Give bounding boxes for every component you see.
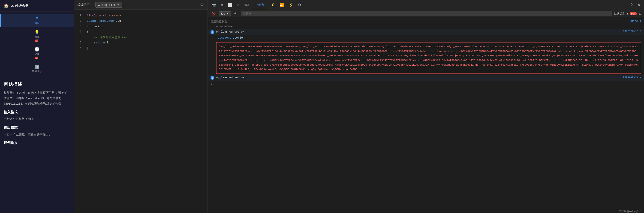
nav-label-record: 记录 xyxy=(34,53,40,56)
home-tab-icon[interactable]: ⌂ xyxy=(235,2,241,8)
devtools-footer: CSDN @okfang816 xyxy=(208,209,644,213)
list-icon: ≡ xyxy=(36,16,38,21)
chevron-down-icon: ▼ xyxy=(117,3,120,7)
record-badge: 1 xyxy=(35,57,38,59)
footer-credit: CSDN @okfang816 xyxy=(619,210,641,212)
console-property-entry: document.cookie xyxy=(208,35,644,41)
chevron-level: ▼ xyxy=(626,12,629,15)
sidebar-item-record[interactable]: 🕐 记录 1 xyxy=(0,44,74,62)
console-badge-1: 5 xyxy=(210,30,214,34)
code-line-6: return 0; xyxy=(87,40,204,45)
lang-label: 编译语言： xyxy=(78,3,92,7)
console-input-row: › xyxy=(208,81,644,87)
sources-tab-icon[interactable]: ⚡ xyxy=(268,2,277,8)
sidebar-item-assistant[interactable]: 🤖 学习助手 xyxy=(0,62,74,75)
clear-notice-text: 已清除控制台 xyxy=(210,20,227,24)
copy-tab-icon[interactable]: ⧉ xyxy=(219,2,225,8)
sidebar-content: 问题描述 秋某天心血来潮，在纸上连续写下了从 a 到 b 的所有数，例如当 a … xyxy=(0,77,74,213)
solution-icon: 💡 xyxy=(34,30,40,35)
filter-gear-icon[interactable]: ⚙ xyxy=(639,12,642,16)
nav-label-assistant: 学习助手 xyxy=(32,70,42,73)
code-line-3: int main() xyxy=(87,24,204,29)
console-prompt-icon: › xyxy=(210,82,212,86)
close-tab-icon[interactable]: ✕ xyxy=(636,2,642,8)
mobile-tab-icon[interactable]: ⬜ xyxy=(226,2,234,8)
settings-tab-icon[interactable]: ⚙ xyxy=(296,2,303,8)
code-editor[interactable]: #include <iostream> using namespace std;… xyxy=(83,10,208,213)
console-entry-1: 5 oj_learned set ok! 54d2138.js:2 xyxy=(208,29,644,35)
tab-console[interactable]: 控制台 xyxy=(252,1,268,9)
code-line-1: #include <iostream> xyxy=(87,13,204,18)
filter-level[interactable]: 默认级别 ▼ 99+ xyxy=(614,12,637,16)
ban-icon[interactable]: 🚫 xyxy=(210,11,217,16)
code-line-2: using namespace std; xyxy=(87,18,204,24)
console-undefined: ← undefined xyxy=(208,24,644,29)
editor-toolbar: 编译语言： C++ (g++17) ▼ ⚙ xyxy=(74,0,208,10)
home-icon: 🏠 xyxy=(4,3,9,8)
more-tab-icon[interactable]: ⋯ xyxy=(620,2,628,8)
context-chevron: ▼ xyxy=(226,12,229,15)
console-link-2[interactable]: 54d2138.js:2 xyxy=(623,76,641,78)
editor-body: 1 2 3 4 5 6 7 #include <iostream> using … xyxy=(74,10,208,213)
console-clear-notice: 已清除控制台 VM760:1 xyxy=(208,19,644,24)
nav-label-solution: 题解 xyxy=(34,35,40,39)
console-cookie-value: 'Hm_lvt_56f68d0377761a87e16266ec3560ae56… xyxy=(216,42,641,74)
devtools-tabs: 📷 ⧉ ⬜ ⌂ </> 控制台 ⚡ 📶 ⚡ ⚙ ⋯ ? ✕ xyxy=(208,0,644,10)
sidebar-nav: ≡ 题目 💡 题解 7 🕐 记录 1 🤖 学习助手 xyxy=(0,12,74,77)
console-text-2: oj_learned set ok! xyxy=(216,76,621,80)
solution-badge: 7 xyxy=(35,40,38,42)
console-badge-2: 3 xyxy=(210,76,214,80)
level-label: 默认级别 xyxy=(614,12,625,16)
sidebar: 🏠 2. 超级余数 ≡ 题目 💡 题解 7 🕐 记录 1 🤖 学习助手 问题描述… xyxy=(0,0,74,213)
devtools-filter-bar: 🚫 top ▼ 👁 默认级别 ▼ 99+ ⚙ xyxy=(208,10,644,17)
sidebar-item-problem[interactable]: ≡ 题目 xyxy=(0,14,74,27)
clear-notice-link[interactable]: VM760:1 xyxy=(630,20,641,23)
nav-label-problem: 题目 xyxy=(34,22,40,25)
input-format-title: 输入格式 xyxy=(4,110,70,114)
line-numbers: 1 2 3 4 5 6 7 xyxy=(74,10,83,213)
problem-description: 秋某天心血来潮，在纸上连续写下了从 a 到 b 的所有数，例如当 a = 7，b… xyxy=(4,90,70,106)
sidebar-header: 🏠 2. 超级余数 xyxy=(0,0,74,12)
devtools-console[interactable]: 已清除控制台 VM760:1 ← undefined 5 oj_learned … xyxy=(208,17,644,209)
lang-selector[interactable]: C++ (g++17) ▼ xyxy=(95,2,122,8)
screenshot-tab-icon[interactable]: 📷 xyxy=(210,2,218,8)
input-format-text: 一行两个正整数 a 和 b。 xyxy=(4,116,70,121)
sample-input-title: 样例输入 xyxy=(4,141,70,145)
help-tab-icon[interactable]: ? xyxy=(629,2,634,8)
page-title: 2. 超级余数 xyxy=(11,4,29,8)
filter-search-input[interactable] xyxy=(241,11,612,16)
output-format-text: 一行一个正整数，按题目要求输出。 xyxy=(4,132,70,137)
context-value: top xyxy=(221,12,225,15)
code-line-5: // 请在此输入您的代码 xyxy=(87,35,204,40)
undefined-text: ← undefined xyxy=(216,25,234,28)
eye-icon[interactable]: 👁 xyxy=(233,11,239,16)
record-icon: 🕐 xyxy=(34,47,40,52)
code-line-7: } xyxy=(87,45,204,51)
sidebar-item-solution[interactable]: 💡 题解 7 xyxy=(0,27,74,44)
editor-panel: 编译语言： C++ (g++17) ▼ ⚙ 1 2 3 4 5 6 7 #inc… xyxy=(74,0,208,213)
badge-count: 99+ xyxy=(630,12,637,15)
output-format-title: 输出格式 xyxy=(4,125,70,130)
elements-tab-icon[interactable]: </> xyxy=(242,2,251,8)
console-entry-2: 3 oj_learned set ok! 54d2138.js:2 xyxy=(208,75,644,81)
console-property-text: document.cookie xyxy=(218,36,641,40)
network1-tab-icon[interactable]: 📶 xyxy=(278,2,286,8)
code-line-4: { xyxy=(87,29,204,35)
console-text-1: oj_learned set ok! xyxy=(216,30,621,34)
lang-value: C++ (g++17) xyxy=(98,3,115,7)
context-dropdown[interactable]: top ▼ xyxy=(219,11,231,16)
network2-tab-icon[interactable]: ⚡ xyxy=(287,2,295,8)
editor-settings-icon[interactable]: ⚙ xyxy=(200,2,204,8)
problem-section-title: 问题描述 xyxy=(4,81,70,87)
robot-icon: 🤖 xyxy=(34,64,40,69)
console-link-1[interactable]: 54d2138.js:2 xyxy=(623,30,641,33)
cookie-text: 'Hm_lvt_56f68d0377761a87e16266ec3560ae56… xyxy=(219,45,638,71)
devtools-panel: 📷 ⧉ ⬜ ⌂ </> 控制台 ⚡ 📶 ⚡ ⚙ ⋯ ? ✕ 🚫 top ▼ 👁 … xyxy=(208,0,644,213)
